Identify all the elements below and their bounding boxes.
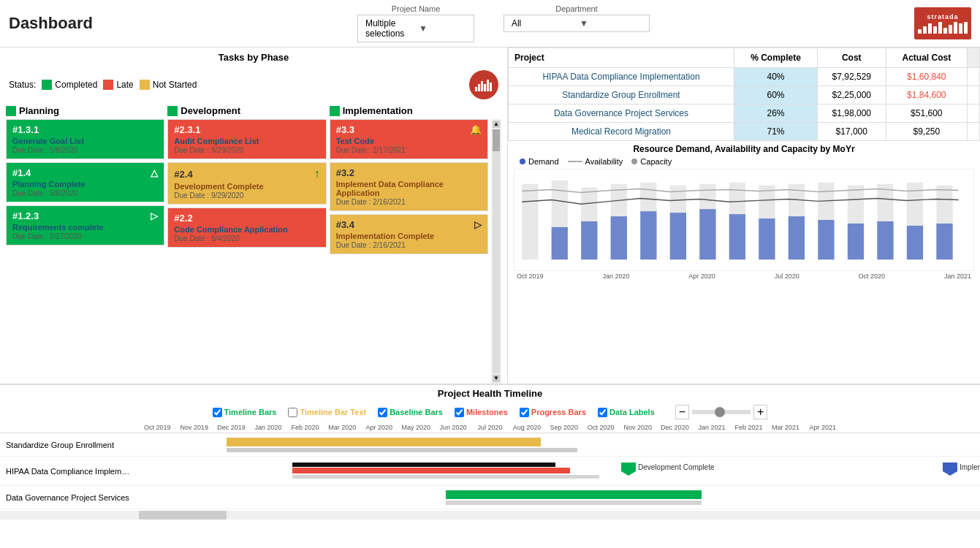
tl-label-10: Jul 2020 — [471, 424, 509, 431]
gantt-bar-area-2: Development Complete Implementatic — [139, 457, 980, 486]
task-2-4[interactable]: #2.4 ↑ Development Complete Due Date : 9… — [167, 162, 326, 205]
bottom-scrollbar[interactable] — [0, 511, 980, 520]
phase-headers: Planning Development Implementation — [0, 102, 507, 119]
logo-text: stratada — [927, 13, 958, 20]
scroll-up[interactable]: ▲ — [493, 121, 500, 128]
department-filter-select[interactable]: All ▼ — [504, 15, 650, 32]
control-progress-bars: Progress Bars — [520, 408, 586, 417]
task-2-2[interactable]: #2.2 Code Compliance Application Due Dat… — [167, 208, 326, 248]
progress-bars-checkbox[interactable] — [520, 408, 529, 417]
zoom-slider-thumb[interactable] — [715, 407, 725, 417]
tasks-scrollbar[interactable]: ▲ ▼ — [491, 119, 501, 384]
control-milestones: Milestones — [455, 408, 508, 417]
timeline-bars-label: Timeline Bars — [224, 408, 277, 416]
gantt-svg-1 — [139, 433, 980, 457]
svg-rect-25 — [670, 213, 686, 259]
svg-text:Implementatic: Implementatic — [960, 463, 980, 471]
col-project: Project — [509, 48, 734, 68]
timeline-x-axis: Oct 2019 Nov 2019 Dec 2019 Jan 2020 Feb … — [0, 422, 980, 433]
svg-rect-6 — [522, 184, 538, 260]
svg-rect-23 — [611, 216, 627, 259]
task-3-3-name: Test Code — [336, 137, 482, 145]
task-2-3-1[interactable]: #2.3.1 Audit Compliance List Due Date : … — [167, 119, 326, 159]
milestones-checkbox[interactable] — [455, 408, 464, 417]
zoom-slider-track — [692, 410, 751, 414]
task-1-3-1[interactable]: #1.3.1 Generate Goal List Due Date : 5/8… — [6, 119, 164, 159]
tasks-logo-svg — [475, 78, 493, 91]
svg-rect-39 — [292, 475, 599, 479]
logo-bar-9 — [959, 23, 962, 34]
tl-label-5: Feb 2020 — [286, 424, 324, 431]
svg-rect-32 — [877, 221, 893, 259]
col-cost: Cost — [817, 48, 886, 68]
project-4-cost: $17,000 — [817, 123, 886, 141]
gantt-container: Standardize Group Enrollment HIPAA Data … — [0, 433, 980, 509]
completed-label: Completed — [55, 80, 97, 90]
tl-label-14: Nov 2020 — [620, 424, 657, 431]
tl-label-7: Apr 2020 — [360, 424, 398, 431]
project-filter-select[interactable]: Multiple selections ▼ — [357, 15, 474, 42]
col-actual: Actual Cost — [886, 48, 967, 68]
task-3-3[interactable]: #3.3 🔔 Test Code Due Date : 2/17/2021 — [330, 119, 488, 159]
svg-rect-37 — [292, 463, 555, 467]
svg-rect-30 — [818, 220, 834, 259]
table-scroll-col — [968, 48, 980, 68]
svg-rect-22 — [581, 221, 597, 259]
svg-rect-36 — [227, 448, 577, 452]
tl-label-6: Mar 2020 — [324, 424, 361, 431]
svg-rect-0 — [475, 87, 477, 91]
planning-label: Planning — [19, 105, 59, 116]
data-labels-checkbox[interactable] — [598, 408, 607, 417]
task-3-4-name: Implementation Complete — [336, 232, 482, 240]
task-3-3-date: Due Date : 2/17/2021 — [336, 146, 482, 154]
svg-text:Development Complete: Development Complete — [638, 463, 715, 471]
timeline-bars-checkbox[interactable] — [213, 408, 222, 417]
task-3-2[interactable]: #3.2 Implement Data Compliance Applicati… — [330, 162, 488, 211]
timeline-bar-text-checkbox[interactable] — [288, 408, 297, 417]
task-1-2-3[interactable]: #1.2.3 ▷ Requirements complete Due Date … — [6, 205, 164, 246]
task-2-3-1-id: #2.3.1 — [174, 124, 319, 135]
availability-icon — [568, 161, 582, 162]
implementation-column: #3.3 🔔 Test Code Due Date : 2/17/2021 #3… — [330, 119, 488, 384]
phase-columns-container: #1.3.1 Generate Goal List Due Date : 5/8… — [0, 119, 507, 384]
zoom-controls: − + — [675, 405, 768, 419]
task-2-3-1-date: Due Date : 9/29/2020 — [174, 146, 319, 154]
task-3-4[interactable]: #3.4 ▷ Implementation Complete Due Date … — [330, 214, 488, 254]
project-3-actual: $51,600 — [886, 104, 967, 123]
zoom-in-button[interactable]: + — [753, 405, 767, 419]
task-1-3-1-id: #1.3.1 — [12, 124, 158, 135]
scroll-thumb[interactable] — [493, 129, 500, 151]
chart-label-2: Jan 2020 — [602, 273, 629, 280]
data-labels-label: Data Labels — [609, 408, 655, 416]
task-3-4-icon: ▷ — [474, 219, 482, 230]
legend-completed: Completed — [42, 80, 97, 90]
not-started-label: Not Started — [153, 80, 197, 90]
project-3-pct: 26% — [734, 104, 817, 123]
project-filter-arrow: ▼ — [419, 23, 466, 34]
planning-header: Planning — [6, 102, 164, 119]
logo-bar-2 — [923, 26, 927, 34]
bottom-section: Project Health Timeline Timeline Bars Ti… — [0, 384, 980, 548]
availability-label: Availability — [585, 157, 623, 166]
logo-bar-3 — [928, 23, 932, 34]
task-2-2-name: Code Compliance Application — [174, 225, 319, 234]
col-pct: % Complete — [734, 48, 817, 68]
project-filter-label: Project Name — [392, 4, 441, 13]
task-2-2-date: Due Date : 8/4/2020 — [174, 235, 319, 243]
svg-rect-5 — [490, 83, 492, 91]
task-2-4-icon: ↑ — [314, 167, 320, 180]
timeline-controls: Timeline Bars Timeline Bar Text Baseline… — [0, 402, 980, 422]
task-1-4[interactable]: #1.4 △ Planning Complete Due Date : 5/8/… — [6, 162, 164, 202]
scroll-down[interactable]: ▼ — [493, 375, 500, 382]
bottom-scrollbar-thumb[interactable] — [139, 511, 227, 520]
not-started-dot — [140, 80, 150, 90]
completed-dot — [42, 80, 52, 90]
svg-rect-3 — [484, 84, 486, 91]
task-1-4-icon: △ — [151, 167, 158, 178]
control-timeline-bar-text: Timeline Bar Text — [288, 408, 366, 417]
stratada-logo: stratada — [914, 7, 971, 39]
baseline-bars-checkbox[interactable] — [378, 408, 387, 417]
demand-legend: Demand — [520, 157, 559, 166]
zoom-out-button[interactable]: − — [675, 405, 689, 419]
chart-area — [514, 169, 974, 271]
